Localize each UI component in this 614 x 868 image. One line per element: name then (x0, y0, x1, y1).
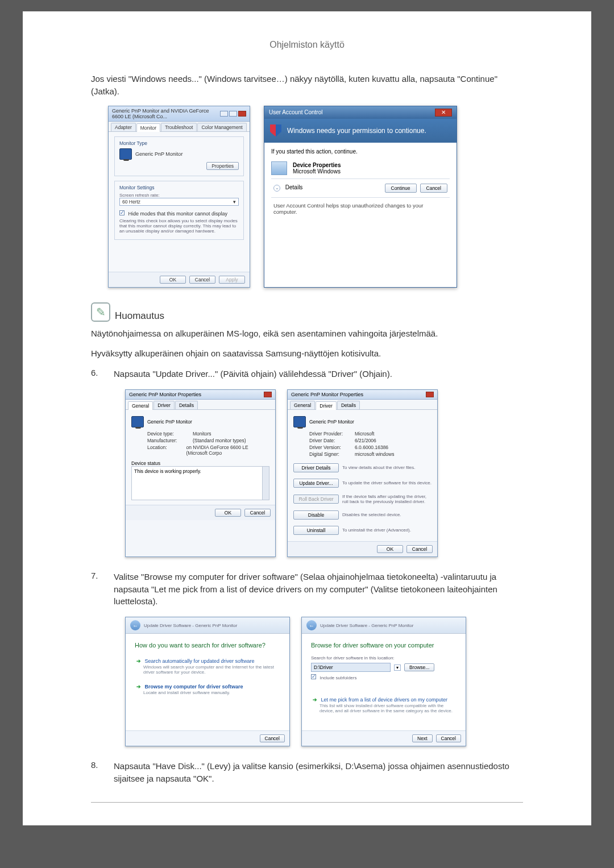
chevron-down-icon[interactable]: ⌄ (273, 185, 280, 192)
tab-troubleshoot[interactable]: Troubleshoot (161, 123, 197, 131)
arrow-icon: ➔ (136, 684, 141, 690)
apply-button[interactable]: Apply (219, 276, 245, 284)
tab-color-management[interactable]: Color Management (197, 123, 246, 131)
tab-driver[interactable]: Driver (154, 401, 175, 409)
date-value: 6/21/2006 (355, 438, 376, 443)
close-icon[interactable] (264, 392, 272, 397)
uninstall-button[interactable]: Uninstall (293, 526, 339, 535)
properties-button[interactable]: Properties (206, 162, 239, 170)
note-title: Huomautus (115, 310, 164, 322)
cancel-button[interactable]: Cancel (436, 734, 461, 742)
update-driver-button[interactable]: Update Driver... (293, 479, 339, 488)
update-driver-desc: To update the driver software for this d… (342, 480, 432, 485)
intro-paragraph: Jos viesti "Windows needs..." (Windows t… (91, 73, 523, 98)
maximize-icon[interactable] (229, 111, 237, 117)
ok-button[interactable]: OK (215, 509, 241, 517)
close-icon[interactable] (426, 392, 434, 397)
tab-general[interactable]: General (290, 401, 315, 409)
device-status-text: This device is working properly. (134, 468, 201, 474)
refresh-rate-select[interactable]: 60 Hertz ▾ (119, 198, 239, 206)
monitor-icon (119, 148, 132, 160)
tab-general[interactable]: General (128, 401, 153, 410)
update-driver-wizard-browse: ← Update Driver Software - Generic PnP M… (301, 617, 466, 746)
arrow-icon: ➔ (136, 658, 141, 664)
manufacturer-value: (Standard monitor types) (193, 438, 246, 443)
device-type-label: Device type: (147, 431, 188, 437)
scrollbar[interactable] (262, 467, 269, 500)
step-7-text: Valitse "Browse my computer for driver s… (114, 571, 523, 608)
tab-adapter[interactable]: Adapter (111, 123, 136, 131)
uac-app-name: Device Properties (293, 162, 341, 168)
provider-label: Driver Provider: (309, 431, 350, 437)
next-button[interactable]: Next (412, 734, 432, 742)
wizard-heading: How do you want to search for driver sof… (135, 642, 280, 649)
cancel-button[interactable]: Cancel (189, 276, 215, 284)
browse-button[interactable]: Browse... (404, 663, 434, 671)
option-browse-my-computer[interactable]: ➔ Browse my computer for driver software… (135, 681, 280, 698)
path-input[interactable]: D:\Driver (311, 663, 391, 672)
tab-details[interactable]: Details (175, 401, 198, 409)
device-status-label: Device status (131, 460, 269, 466)
properties-driver-dialog: Generic PnP Monitor Properties General D… (287, 389, 438, 557)
cancel-button[interactable]: Cancel (406, 545, 433, 553)
option-sub: Windows will search your computer and th… (143, 665, 279, 675)
driver-details-button[interactable]: Driver Details (293, 463, 339, 472)
monitor-type-label: Monitor Type (119, 140, 239, 146)
option-sub: This list will show installed driver sof… (320, 703, 455, 713)
monitor-settings-dialog: Generic PnP Monitor and NVIDIA GeForce 6… (108, 106, 250, 288)
breadcrumb: Update Driver Software - Generic PnP Mon… (144, 623, 237, 628)
hide-modes-note: Clearing this check box allows you to se… (119, 218, 239, 234)
manufacturer-label: Manufacturer: (147, 438, 188, 443)
ok-button[interactable]: OK (377, 545, 403, 553)
shield-icon (270, 124, 281, 137)
chevron-down-icon[interactable]: ▾ (394, 665, 401, 671)
back-icon[interactable]: ← (130, 620, 140, 630)
date-label: Driver Date: (309, 438, 350, 443)
properties-general-dialog: Generic PnP Monitor Properties General D… (125, 389, 276, 557)
monitor-icon (293, 416, 306, 427)
continue-button[interactable]: Continue (385, 184, 417, 193)
cancel-button[interactable]: Cancel (420, 184, 447, 193)
step-number: 7. (91, 571, 105, 608)
breadcrumb: Update Driver Software - Generic PnP Mon… (320, 623, 413, 628)
option-let-me-pick[interactable]: ➔ Let me pick from a list of device driv… (311, 694, 457, 716)
chevron-down-icon: ▾ (233, 199, 236, 205)
uninstall-desc: To uninstall the driver (Advanced). (342, 528, 432, 533)
option-search-automatically[interactable]: ➔ Search automatically for updated drive… (135, 655, 280, 678)
signer-label: Digital Signer: (309, 451, 350, 457)
cancel-button[interactable]: Cancel (260, 734, 285, 742)
details-toggle[interactable]: Details (285, 184, 303, 190)
include-subfolders-checkbox[interactable] (311, 674, 316, 679)
device-name: Generic PnP Monitor (147, 419, 192, 425)
uac-heading-text: Windows needs your permission to contion… (287, 127, 426, 135)
step-8-text: Napsauta "Have Disk..." (Levy) ja valits… (114, 760, 523, 785)
uac-dialog: User Account Control ✕ Windows needs you… (264, 106, 457, 288)
close-icon[interactable]: ✕ (435, 109, 452, 117)
close-icon[interactable] (238, 111, 246, 117)
dialog-title: Generic PnP Monitor and NVIDIA GeForce 6… (112, 108, 220, 119)
page-title: Ohjelmiston käyttö (91, 40, 523, 50)
driver-details-desc: To view details about the driver files. (342, 465, 432, 470)
tab-monitor[interactable]: Monitor (136, 123, 160, 132)
tab-driver[interactable]: Driver (316, 401, 337, 410)
option-main: Let me pick from a list of device driver… (321, 697, 448, 703)
back-icon[interactable]: ← (306, 620, 317, 630)
option-sub: Locate and install driver software manua… (143, 690, 279, 695)
disable-desc: Disables the selected device. (342, 512, 432, 517)
version-value: 6.0.6000.16386 (355, 445, 388, 450)
option-main: Browse my computer for driver software (145, 684, 243, 690)
step-number: 8. (91, 760, 105, 785)
disable-button[interactable]: Disable (293, 510, 339, 520)
monitor-name: Generic PnP Monitor (135, 151, 182, 157)
note-paragraph-1: Näytönohjaimessa on alkuperäinen MS-logo… (91, 327, 523, 340)
minimize-icon[interactable] (220, 111, 228, 117)
hide-modes-checkbox[interactable] (119, 210, 125, 215)
arrow-icon: ➔ (313, 697, 317, 703)
option-main: Search automatically for updated driver … (145, 658, 255, 664)
tab-details[interactable]: Details (337, 401, 360, 409)
ok-button[interactable]: OK (160, 276, 186, 284)
refresh-rate-value: 60 Hertz (122, 199, 140, 205)
uac-footer-text: User Account Control helps stop unauthor… (271, 198, 450, 216)
rollback-driver-button[interactable]: Roll Back Driver (293, 495, 339, 504)
cancel-button[interactable]: Cancel (244, 509, 271, 517)
